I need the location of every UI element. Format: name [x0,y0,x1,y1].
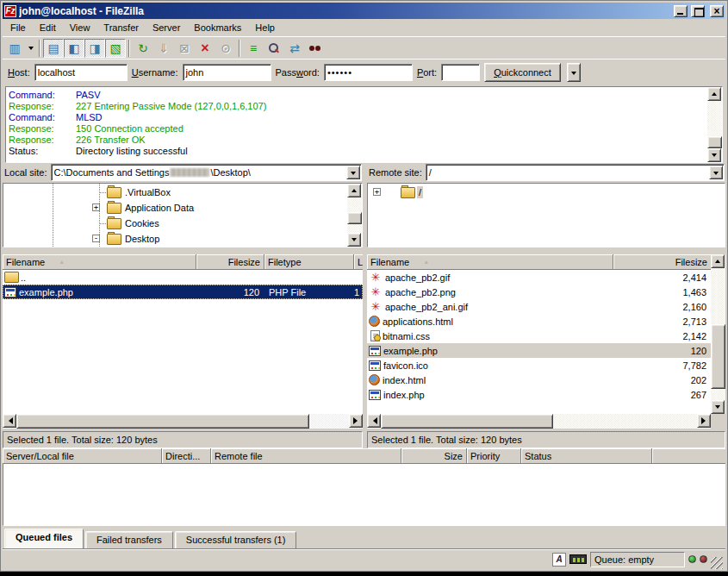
tab-successful-transfers[interactable]: Successful transfers (1) [175,531,297,548]
reconnect-icon[interactable]: ⊙ [215,39,236,58]
scroll-up-icon[interactable] [707,87,721,101]
scroll-up-icon[interactable] [711,254,725,268]
site-manager-icon[interactable]: ▥ [4,39,25,58]
file-row[interactable]: apache_pb2.png1,463 [367,285,711,299]
pane-splitter[interactable] [3,247,363,254]
disconnect-icon[interactable]: × [195,39,215,58]
queue-body[interactable] [3,464,725,526]
scroll-left-icon[interactable] [367,414,381,428]
find-icon[interactable] [305,39,326,58]
file-row[interactable]: favicon.ico7,782 [367,358,711,373]
column-last-modified[interactable]: L [354,254,363,270]
toggle-message-log-icon[interactable]: ▤ [43,39,64,58]
column-priority[interactable]: Priority [467,448,521,464]
scroll-thumb[interactable] [707,136,722,148]
menu-edit[interactable]: Edit [33,20,63,35]
site-manager-dropdown-icon[interactable] [25,39,36,58]
host-input[interactable]: localhost [34,64,128,81]
log-scrollbar[interactable] [707,87,722,162]
file-row[interactable]: index.html202 [367,373,711,387]
expand-icon[interactable] [92,203,100,211]
file-row[interactable]: bitnami.css2,142 [367,329,711,343]
menu-help[interactable]: Help [248,20,282,35]
filter-icon[interactable]: ≡ [243,39,264,58]
local-site-dropdown-icon[interactable] [346,166,360,179]
remote-list-vscrollbar[interactable] [711,254,725,414]
file-row-example-php[interactable]: example.php120 [367,343,711,358]
transfer-type-ascii-icon[interactable]: A [552,553,566,567]
collapse-icon[interactable] [92,235,100,242]
port-label: Port: [417,67,437,78]
process-queue-icon[interactable]: ⇓ [153,39,174,58]
column-filename[interactable]: Filename [3,254,196,270]
column-size[interactable]: Size [401,448,467,464]
local-list-hscrollbar[interactable] [3,414,363,429]
remote-list-hscrollbar[interactable] [367,414,711,429]
scroll-thumb[interactable] [711,324,725,389]
username-input[interactable]: john [183,64,271,81]
title-bar[interactable]: Fz john@localhost - FileZilla [3,3,725,19]
menu-view[interactable]: View [63,20,97,35]
menu-bookmarks[interactable]: Bookmarks [187,20,248,35]
column-filename[interactable]: Filename [367,254,613,270]
menu-transfer[interactable]: Transfer [96,20,146,35]
tree-item-virtualbox[interactable]: .VirtualBox [3,185,347,200]
scroll-right-icon[interactable] [349,414,363,428]
column-filetype[interactable]: Filetype [264,254,354,270]
menu-server[interactable]: Server [146,20,187,35]
column-direction[interactable]: Directi... [162,448,211,464]
file-row[interactable]: apache_pb2_ani.gif2,160 [367,299,711,314]
scroll-up-icon[interactable] [347,184,361,197]
cancel-icon[interactable]: ⊠ [174,39,195,58]
refresh-icon[interactable]: ↻ [133,39,153,58]
scroll-thumb[interactable] [16,414,309,429]
menu-file[interactable]: File [3,20,33,35]
expand-icon[interactable] [373,188,381,196]
column-remote-file[interactable]: Remote file [211,448,401,464]
window-title: john@localhost - FileZilla [19,5,671,17]
scroll-down-icon[interactable] [711,400,725,414]
file-row[interactable]: applications.html2,713 [367,314,711,329]
column-filesize[interactable]: Filesize [196,254,264,270]
file-row[interactable]: apache_pb2.gif2,414 [367,270,711,285]
scroll-down-icon[interactable] [707,148,721,162]
file-row-example-php[interactable]: example.php 120 PHP File 1 [3,285,363,299]
file-row-parent-dir[interactable]: .. [3,270,363,285]
tab-failed-transfers[interactable]: Failed transfers [85,531,173,548]
scroll-down-icon[interactable] [347,233,361,247]
main-panes: Local site: C:\Documents and Settings\De… [3,163,725,448]
local-tree-scrollbar[interactable] [347,184,362,247]
minimize-button[interactable] [674,5,688,17]
file-row[interactable]: index.php267 [367,387,711,402]
speed-limit-icon[interactable] [569,554,587,564]
compare-icon[interactable] [264,39,284,58]
pane-splitter[interactable] [367,247,725,254]
scroll-right-icon[interactable] [697,414,711,428]
maximize-button[interactable] [691,5,705,17]
remote-site-combo[interactable]: / [426,164,725,181]
toggle-local-tree-icon[interactable]: ◧ [64,39,84,58]
close-button[interactable] [710,5,724,17]
quickconnect-button[interactable]: Quickconnect [484,63,561,82]
tree-item-cookies[interactable]: Cookies [3,216,347,231]
toggle-queue-icon[interactable]: ▧ [105,39,126,58]
remote-site-dropdown-icon[interactable] [709,166,723,179]
local-site-combo[interactable]: C:\Documents and Settings\Desktop\ [51,164,362,181]
scroll-thumb[interactable] [347,212,362,224]
tab-queued-files[interactable]: Queued files [4,529,84,548]
column-status[interactable]: Status [521,448,652,464]
column-server-local-file[interactable]: Server/Local file [3,448,162,464]
sync-browse-icon[interactable]: ⇄ [284,39,305,58]
tree-item-desktop[interactable]: Desktop [3,231,347,247]
scroll-thumb[interactable] [381,414,553,429]
tree-item-application-data[interactable]: Application Data [3,200,347,216]
resize-grip[interactable] [711,557,723,569]
password-input[interactable]: •••••• [324,64,413,81]
column-filesize[interactable]: Filesize [613,254,711,270]
toggle-remote-tree-icon[interactable]: ◨ [84,39,105,58]
quickconnect-dropdown-icon[interactable] [567,63,581,82]
port-input[interactable] [441,64,480,81]
tree-item-root[interactable]: / [368,185,725,200]
scroll-left-icon[interactable] [3,414,16,428]
toolbar-separator [39,40,40,57]
